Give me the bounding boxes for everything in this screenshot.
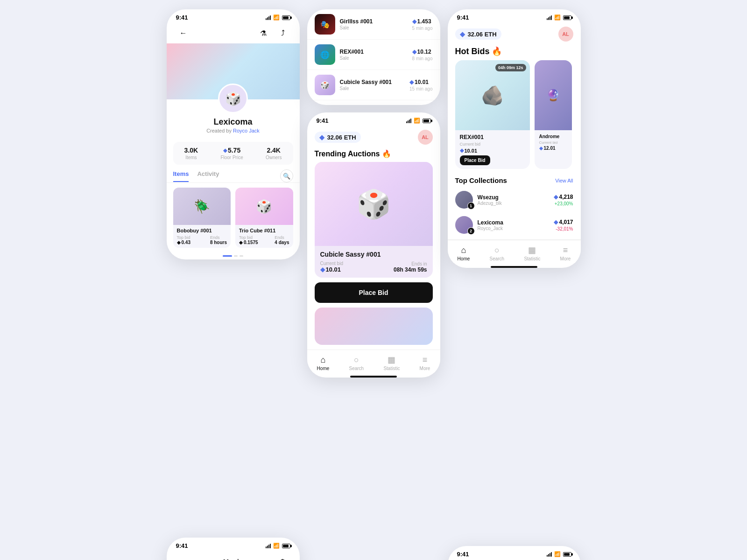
music-screen: 9:41 📶 ← Music ⚙ Neubrandebreug (167, 538, 300, 560)
hot-bids-title: Hot Bids 🔥 (448, 43, 581, 60)
nav-search-trending[interactable]: ○ Search (349, 355, 364, 371)
battery-icon (282, 15, 290, 20)
nav-more-trending[interactable]: ≡ More (420, 355, 430, 371)
share-button[interactable]: ⤴ (275, 26, 290, 41)
profile-stats: 3.0K Items ◆ 5.75 Floor Price 2.4K Owner… (173, 142, 293, 165)
hot-bid-card-main[interactable]: 🪨 04h 09m 12s REX#001 Current bid ◆ 10.0… (455, 60, 530, 169)
eth-hotbid-side: ◆ (539, 146, 543, 151)
hot-bid-img-main: 🪨 04h 09m 12s (455, 60, 530, 130)
collection-right-1: ◆ 4,017 -32,01% (554, 219, 573, 231)
status-bar-search: 9:41 📶 (448, 546, 581, 560)
trending-main-card[interactable]: 🎲 Cubicle Sassy #001 Current bid ◆ 10.01… (315, 162, 433, 278)
filter-button[interactable]: ⚗ (256, 26, 271, 41)
place-bid-button-hotbid-main[interactable]: Place Bid (460, 155, 490, 165)
bottom-nav-wrap-hotbids: ⌂ Home ○ Search ▦ Statistic ≡ More (448, 239, 581, 268)
notif-item-1[interactable]: 🌐 REX#001 Sale ◆ 10.12 8 min ago (307, 40, 440, 70)
trending-card-2[interactable] (315, 308, 433, 345)
collection-info-0: Wsezug Adezug_blk (478, 194, 550, 206)
eth-balance-trending: ◆ 32.06 ETH (315, 132, 361, 143)
status-icons-hotbids: 📶 (547, 14, 571, 21)
nav-statistic-hotbids[interactable]: ▦ Statistic (524, 245, 540, 261)
wifi-icon-hotbids: 📶 (554, 14, 561, 21)
profile-name: Lexicoma (174, 117, 292, 127)
avatar-trending[interactable]: AL (418, 130, 433, 145)
stat-owners: 2.4K Owners (266, 147, 282, 160)
signal-icon (266, 15, 271, 20)
creator-link[interactable]: Royco Jack (233, 128, 260, 133)
hot-bid-info-side: Androme Current bid ◆ 12.01 (535, 130, 572, 154)
trending-title: Trending Auctions 🔥 (307, 147, 440, 162)
eth-notif-0: ◆ (412, 18, 416, 25)
status-time-hotbids: 9:41 (457, 14, 469, 21)
statistic-icon-hotbids: ▦ (528, 245, 536, 255)
eth-balance-row-trending: ◆ 32.06 ETH AL (307, 126, 440, 147)
timer-badge: 04h 09m 12s (495, 64, 526, 71)
view-all-button[interactable]: View All (555, 178, 573, 183)
status-icons-trending: 📶 (406, 118, 431, 124)
tabs-left: Items Activity (173, 170, 219, 182)
search-tab-icon[interactable]: 🔍 (280, 169, 293, 182)
profile-created: Created by Royco Jack (174, 128, 292, 133)
profile-info: Lexicoma Created by Royco Jack (167, 117, 300, 137)
profile-nav-bar: ← ⚗ ⤴ (167, 23, 300, 43)
signal-icon-hotbids (547, 15, 552, 20)
home-icon-trending: ⌂ (321, 355, 326, 365)
nav-home-trending[interactable]: ⌂ Home (317, 355, 330, 371)
battery-icon-trending (423, 119, 431, 123)
profile-screen: 9:41 📶 ← ⚗ ⤴ 🎲 Lexicoma (167, 9, 300, 259)
collection-item-1[interactable]: 2 Lexicoma Royco_Jack ◆ 4,017 -32,01% (448, 212, 581, 238)
eth-icon-stat: ◆ (223, 147, 227, 154)
scroll-indicator (167, 252, 300, 259)
hot-bid-card-side[interactable]: 🔮 Androme Current bid ◆ 12.01 (535, 60, 572, 169)
wifi-icon: 📶 (273, 14, 280, 21)
stat-items: 3.0K Items (184, 147, 198, 160)
avatar-hotbids[interactable]: AL (558, 27, 573, 42)
more-icon-trending: ≡ (423, 355, 428, 365)
back-button-music[interactable]: ← (176, 554, 191, 560)
eth-trending-bid: ◆ (320, 266, 325, 273)
notif-item-0[interactable]: 🎭 Girlllss #001 Sale ◆ 1.453 5 min ago (307, 9, 440, 40)
nav-home-hotbids[interactable]: ⌂ Home (458, 245, 470, 261)
collection-info-1: Lexicoma Royco_Jack (478, 219, 550, 231)
signal-icon-trending (406, 119, 411, 123)
music-title: Music (223, 558, 243, 560)
wifi-icon-music: 📶 (273, 543, 280, 549)
eth-collection-1: ◆ (554, 219, 558, 225)
nav-search-hotbids[interactable]: ○ Search (489, 245, 504, 261)
nav-more-hotbids[interactable]: ≡ More (560, 245, 571, 261)
tab-items[interactable]: Items (173, 170, 189, 182)
wifi-icon-trending: 📶 (414, 118, 420, 124)
hotbids-screen: 9:41 📶 ◆ 32.06 ETH AL Hot Bids 🔥 (448, 9, 581, 268)
battery-icon-music (282, 544, 290, 548)
top-collections-header: Top Collections View All (448, 174, 581, 187)
notifications-list: 🎭 Girlllss #001 Sale ◆ 1.453 5 min ago 🌐… (307, 9, 440, 105)
tabs-row: Items Activity 🔍 (167, 169, 300, 183)
notifications-screen: 🎭 Girlllss #001 Sale ◆ 1.453 5 min ago 🌐… (307, 9, 440, 105)
settings-button-music[interactable]: ⚙ (275, 554, 290, 560)
collection-item-0[interactable]: 1 Wsezug Adezug_blk ◆ 4,218 +23,00% (448, 187, 581, 212)
hot-bids-scroll: 🪨 04h 09m 12s REX#001 Current bid ◆ 10.0… (448, 60, 581, 174)
back-button[interactable]: ← (176, 26, 191, 41)
status-icons-search: 📶 (547, 551, 571, 557)
notif-item-2[interactable]: 🎲 Cubicle Sassy #001 Sale ◆ 10.01 15 min… (307, 70, 440, 100)
collection-rank-1: 2 (455, 216, 473, 234)
bottom-nav-trending: ⌂ Home ○ Search ▦ Statistic ≡ More (307, 350, 440, 373)
trending-screen: 9:41 📶 ◆ 32.06 ETH AL Trending Auctions … (307, 112, 440, 378)
notif-thumb-0: 🎭 (315, 14, 335, 35)
more-icon-hotbids: ≡ (563, 245, 568, 255)
battery-icon-hotbids (563, 15, 571, 20)
bottom-nav-hotbids: ⌂ Home ○ Search ▦ Statistic ≡ More (448, 240, 581, 263)
place-bid-button-trending[interactable]: Place Bid (315, 282, 433, 303)
item-card-0[interactable]: 🪲 Bobobuy #001 Top bid ◆0.43 Ends 8 hour… (173, 188, 231, 248)
trending-main-img: 🎲 (315, 162, 433, 246)
item-info-1: Trio Cube #011 Top bid ◆0.1575 Ends 4 da… (235, 225, 293, 248)
home-indicator-trending (350, 376, 397, 378)
tab-activity[interactable]: Activity (197, 170, 219, 182)
status-time-trending: 9:41 (317, 117, 329, 124)
item-card-1[interactable]: 🎲 Trio Cube #011 Top bid ◆0.1575 Ends 4 … (235, 188, 293, 248)
status-icons-music: 📶 (266, 543, 290, 549)
signal-icon-search (547, 552, 552, 557)
eth-collection-0: ◆ (554, 194, 558, 200)
search-icon-hotbids: ○ (494, 245, 500, 255)
nav-statistic-trending[interactable]: ▦ Statistic (383, 355, 400, 371)
